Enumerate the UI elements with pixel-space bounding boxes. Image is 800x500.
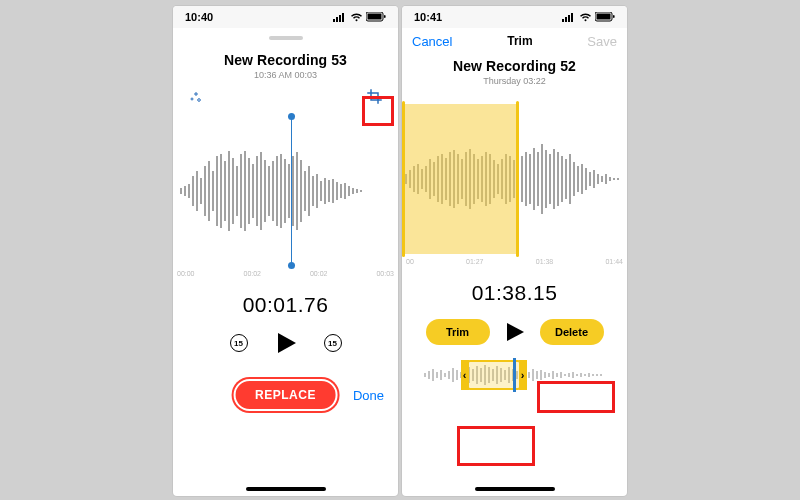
svg-rect-6 (384, 15, 386, 18)
overview-right-handle[interactable]: › (519, 360, 527, 390)
status-bar-time: 10:41 (414, 11, 442, 23)
trim-selection[interactable] (402, 104, 518, 254)
trim-button[interactable]: Trim (426, 319, 490, 345)
signal-icon (333, 13, 347, 22)
battery-icon (595, 12, 615, 22)
svg-rect-62 (613, 15, 615, 18)
done-button[interactable]: Done (353, 388, 384, 403)
recording-title[interactable]: New Recording 53 (173, 52, 398, 68)
overview-cursor[interactable] (513, 358, 516, 392)
battery-icon (366, 12, 386, 22)
svg-point-7 (191, 98, 193, 100)
transport-controls: 15 15 (173, 331, 398, 355)
svg-point-8 (198, 99, 201, 102)
trim-end-handle[interactable] (516, 101, 519, 257)
svg-rect-56 (562, 19, 564, 22)
current-time: 00:01.76 (173, 293, 398, 317)
trim-start-handle[interactable] (402, 101, 405, 257)
svg-rect-1 (336, 17, 338, 22)
tick-label: 01:27 (466, 258, 484, 265)
recording-title[interactable]: New Recording 52 (402, 58, 627, 74)
tick-label: 00:00 (177, 270, 195, 277)
status-bar-icons (333, 12, 386, 22)
skip-back-button[interactable]: 15 (230, 334, 248, 352)
wifi-icon (350, 13, 363, 22)
svg-rect-58 (568, 15, 570, 22)
annotation-highlight (457, 426, 535, 466)
timeline-ticks: 00:00 00:02 00:02 00:03 (173, 266, 398, 277)
svg-rect-61 (597, 14, 611, 20)
home-indicator[interactable] (475, 487, 555, 491)
play-button[interactable] (274, 331, 298, 355)
tick-label: 00:02 (310, 270, 328, 277)
svg-rect-57 (565, 17, 567, 22)
left-screen: 10:40 New Recording 53 10:36 AM 00:03 (173, 6, 398, 496)
recording-subtitle: Thursday 03:22 (402, 76, 627, 86)
svg-marker-117 (507, 323, 524, 341)
crop-icon[interactable] (366, 88, 384, 106)
delete-button[interactable]: Delete (540, 319, 604, 345)
nav-title: Trim (507, 34, 532, 48)
play-button[interactable] (504, 321, 526, 343)
status-bar-icons (562, 12, 615, 22)
playhead[interactable] (291, 116, 292, 266)
timeline-ticks: 00 01:27 01:38 01:44 (402, 254, 627, 265)
cancel-button[interactable]: Cancel (412, 34, 452, 49)
replace-button[interactable]: REPLACE (233, 379, 338, 411)
svg-marker-55 (278, 333, 296, 353)
waveform-main[interactable] (173, 116, 398, 266)
current-time: 01:38.15 (402, 281, 627, 305)
svg-rect-2 (339, 15, 341, 22)
svg-rect-59 (571, 13, 573, 22)
nav-bar: Cancel Trim Save (402, 28, 627, 54)
waveform-overview[interactable]: ‹ › (402, 357, 627, 393)
tick-label: 00 (406, 258, 414, 265)
wifi-icon (579, 13, 592, 22)
svg-rect-3 (342, 13, 344, 22)
tick-label: 00:02 (243, 270, 261, 277)
sheet-grabber[interactable] (173, 28, 398, 48)
status-bar: 10:40 (173, 6, 398, 28)
right-screen: 10:41 Cancel Trim Save New Recording 52 … (402, 6, 627, 496)
recording-subtitle: 10:36 AM 00:03 (173, 70, 398, 80)
signal-icon (562, 13, 576, 22)
status-bar-time: 10:40 (185, 11, 213, 23)
save-button: Save (587, 34, 617, 49)
svg-rect-5 (368, 14, 382, 20)
tick-label: 01:44 (605, 258, 623, 265)
home-indicator[interactable] (246, 487, 326, 491)
overview-left-handle[interactable]: ‹ (461, 360, 469, 390)
svg-rect-0 (333, 19, 335, 22)
tick-label: 00:03 (376, 270, 394, 277)
enhance-icon[interactable] (187, 88, 205, 106)
tick-label: 01:38 (536, 258, 554, 265)
status-bar: 10:41 (402, 6, 627, 28)
waveform-main[interactable] (402, 104, 627, 254)
skip-forward-button[interactable]: 15 (324, 334, 342, 352)
